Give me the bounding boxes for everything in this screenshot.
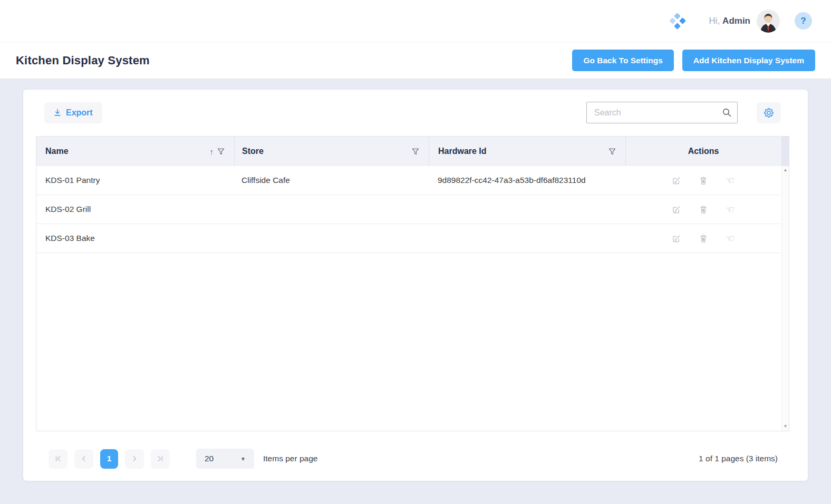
delete-icon[interactable] [699,176,708,185]
first-page-icon [54,455,62,462]
filter-icon[interactable] [412,148,419,155]
cell-actions: ☜ [625,205,781,215]
add-kitchen-display-system-button[interactable]: Add Kitchen Display System [682,50,815,71]
export-label: Export [66,108,93,118]
assign-pointing-hand-icon[interactable]: ☜ [726,205,735,215]
user-greeting: Hi, Admin [709,16,750,26]
page-title: Kitchen Display System [16,54,150,67]
pagination-bar: 1 20 ▼ Items per page 1 of 1 pages (3 it… [23,449,808,469]
next-page-button[interactable] [125,449,144,469]
delete-icon[interactable] [699,205,708,214]
scroll-up-icon[interactable]: ▲ [784,168,788,172]
previous-page-button[interactable] [74,449,93,469]
filter-icon[interactable] [217,148,225,155]
apps-menu-icon[interactable] [670,14,685,28]
column-header-store[interactable]: Store [234,137,429,166]
table-body: KDS-01 Pantry Cliffside Cafe 9d89822f-cc… [36,166,789,431]
question-mark-icon: ? [800,16,806,26]
greeting-prefix: Hi, [709,16,720,26]
download-icon [54,109,61,117]
go-back-to-settings-button[interactable]: Go Back To Settings [572,50,673,71]
cell-name: KDS-01 Pantry [36,176,234,185]
chevron-right-icon [131,455,138,462]
edit-icon[interactable] [672,205,681,214]
search-box [586,102,738,123]
chevron-left-icon [80,455,88,462]
table-row[interactable]: KDS-03 Bake ☜ [36,224,781,253]
cell-name: KDS-03 Bake [36,234,234,243]
gear-icon [763,107,775,119]
cell-name: KDS-02 Grill [36,205,234,214]
export-button[interactable]: Export [44,102,102,123]
grid-toolbar: Export [23,102,808,123]
help-button[interactable]: ? [795,12,812,30]
column-header-hardware-id[interactable]: Hardware Id [429,137,625,166]
grid-settings-button[interactable] [757,102,781,123]
page-number-button[interactable]: 1 [100,449,118,469]
last-page-icon [157,455,164,462]
table-row[interactable]: KDS-01 Pantry Cliffside Cafe 9d89822f-cc… [36,166,781,195]
column-header-name[interactable]: Name ↑ [36,137,234,166]
kds-table: Name ↑ Store [36,136,789,431]
first-page-button[interactable] [49,449,67,469]
greeting-name: Admin [722,16,750,26]
page-header: Kitchen Display System Go Back To Settin… [0,42,831,79]
search-icon[interactable] [722,108,731,117]
pagination-summary: 1 of 1 pages (3 items) [699,454,778,463]
edit-icon[interactable] [672,176,681,185]
avatar[interactable] [757,9,780,33]
user-avatar-image [757,9,780,33]
header-buttons: Go Back To Settings Add Kitchen Display … [572,50,815,71]
items-per-page-select[interactable]: 20 ▼ [196,449,254,469]
table-scrollbar[interactable]: ▲ ▼ [781,166,789,431]
assign-pointing-hand-icon[interactable]: ☜ [726,176,735,186]
scroll-down-icon[interactable]: ▼ [784,424,788,429]
filter-icon[interactable] [608,148,616,155]
header-scrollbar-filler [781,137,789,166]
table-row[interactable]: KDS-02 Grill ☜ [36,195,781,224]
delete-icon[interactable] [699,234,708,243]
table-header-row: Name ↑ Store [36,137,789,166]
last-page-button[interactable] [151,449,170,469]
cell-store: Cliffside Cafe [234,176,429,185]
kds-card: Export [23,90,808,481]
column-header-actions: Actions [625,137,781,166]
page-size-value: 20 [205,454,214,463]
content-area: Export [0,79,831,481]
edit-icon[interactable] [672,234,681,243]
cell-hardware-id: 9d89822f-cc42-47a3-a53b-df6af823110d [429,176,625,185]
topbar: Hi, Admin ? [0,0,831,42]
chevron-down-icon: ▼ [240,456,246,462]
search-input[interactable] [586,102,738,123]
items-per-page-label: Items per page [263,454,317,463]
sort-asc-icon: ↑ [210,147,214,156]
cell-actions: ☜ [625,234,781,244]
cell-actions: ☜ [625,176,781,186]
assign-pointing-hand-icon[interactable]: ☜ [726,234,735,244]
